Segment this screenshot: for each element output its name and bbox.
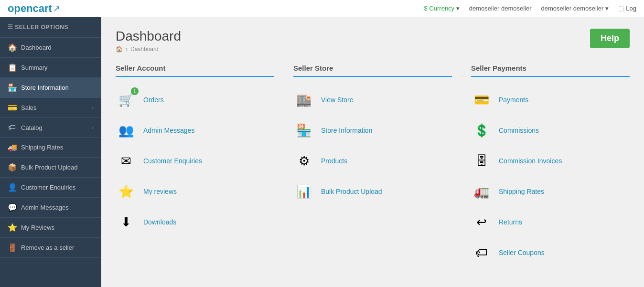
sidebar-item-store-information[interactable]: 🏪 Store Information [0,78,101,98]
sidebar-item-summary[interactable]: 📋 Summary [0,58,101,78]
sidebar-item-customer-enquiries[interactable]: 👤 Customer Enquiries [0,178,101,198]
shipping-rates-payments-icon: 🚛 [471,181,492,202]
view-store-label: View Store [321,96,353,104]
user-dropdown-label: demoseller demoseller [541,5,604,12]
commission-invoices-label: Commission Invoices [499,157,562,165]
products-icon: ⚙ [293,150,314,171]
orders-label: Orders [143,96,164,104]
section-item-customer-enquiries[interactable]: ✉ Customer Enquiries [116,146,274,176]
sidebar-header-label: ☰ SELLER OPTIONS [8,24,68,31]
sidebar-item-bulk-product-upload[interactable]: 📦 Bulk Product Upload [0,158,101,178]
sidebar-header: ☰ SELLER OPTIONS [0,17,101,38]
section-item-orders[interactable]: 🛒 1 Orders [116,85,274,115]
bulk-upload-icon: 📦 [8,163,16,172]
sidebar-item-my-reviews[interactable]: ⭐ My Reviews [0,218,101,238]
sidebar-label-dashboard: Dashboard [21,44,52,51]
section-item-my-reviews[interactable]: ⭐ My reviews [116,176,274,207]
commission-invoices-icon: 🗄 [471,150,492,171]
seller-account-title: Seller Account [116,64,274,77]
section-item-store-information[interactable]: 🏪 Store Information [293,115,452,146]
remove-seller-icon: 🚪 [8,243,16,252]
logo-text: opencart [8,2,52,15]
products-label: Products [321,157,347,165]
catalog-chevron-icon: › [92,125,94,130]
catalog-icon: 🏷 [8,123,16,132]
returns-icon: ↩ [471,212,492,233]
nav-right: $ Currency ▾ demoseller demoseller demos… [424,5,636,12]
section-item-commission-invoices[interactable]: 🗄 Commission Invoices [471,146,630,176]
sidebar-item-sales[interactable]: 💳 Sales › [0,98,101,118]
payments-icon: 💳 [471,89,492,110]
sidebar-item-remove-as-seller[interactable]: 🚪 Remove as a seller [0,238,101,258]
breadcrumb-separator: › [126,46,128,53]
downloads-icon: ⬇ [116,212,137,233]
section-item-products[interactable]: ⚙ Products [293,146,452,176]
currency-label: $ Currency [424,5,455,12]
user-dropdown[interactable]: demoseller demoseller ▾ [541,5,609,12]
section-item-commissions[interactable]: 💲 Commissions [471,115,630,146]
sidebar-item-admin-messages[interactable]: 💬 Admin Messages [0,198,101,218]
section-item-seller-coupons[interactable]: 🏷 Seller Coupons [471,237,630,268]
user-link: demoseller demoseller [469,5,532,12]
sidebar-label-customer-enquiries: Customer Enquiries [21,184,75,191]
logo-area: opencart ↗ [8,2,60,15]
currency-button[interactable]: $ Currency ▾ [424,5,460,12]
summary-icon: 📋 [8,63,16,72]
sidebar-item-dashboard[interactable]: 🏠 Dashboard [0,38,101,58]
log-label: Log [626,5,636,12]
help-button[interactable]: Help [590,29,630,48]
sales-icon: 💳 [8,103,16,112]
section-item-downloads[interactable]: ⬇ Downloads [116,207,274,237]
shipping-rates-payments-label: Shipping Rates [499,188,544,195]
seller-store-title: Seller Store [293,64,452,77]
section-item-bulk-product-upload-store[interactable]: 📊 Bulk Product Upload [293,176,452,207]
customer-enquiries-dash-icon: ✉ [116,150,137,171]
sidebar-label-summary: Summary [21,64,48,71]
breadcrumb-home-icon: 🏠 [116,46,123,53]
downloads-label: Downloads [143,218,176,226]
log-icon: ⬚ [618,5,624,12]
section-item-view-store[interactable]: 🏬 View Store [293,85,452,115]
dashboard-icon: 🏠 [8,43,16,52]
sidebar-label-my-reviews: My Reviews [21,224,54,231]
page-header: Dashboard 🏠 › Dashboard Help [116,29,630,53]
dashboard-grid: Seller Account 🛒 1 Orders 👥 Admin Messag… [116,64,630,268]
layout: ☰ SELLER OPTIONS 🏠 Dashboard 📋 Summary 🏪… [0,17,644,287]
sidebar: ☰ SELLER OPTIONS 🏠 Dashboard 📋 Summary 🏪… [0,17,101,287]
section-item-returns[interactable]: ↩ Returns [471,207,630,237]
admin-messages-dash-icon: 👥 [116,120,137,141]
commissions-icon: 💲 [471,120,492,141]
sidebar-label-store-information: Store Information [21,84,69,91]
admin-messages-label: Admin Messages [143,127,194,134]
commissions-label: Commissions [499,127,539,134]
my-reviews-label: My reviews [143,188,177,195]
page-title: Dashboard [116,29,181,44]
seller-payments-section: Seller Payments 💳 Payments 💲 Commissions… [471,64,630,268]
sidebar-item-shipping-rates[interactable]: 🚚 Shipping Rates [0,138,101,158]
my-reviews-icon: ⭐ [8,223,16,232]
section-item-payments[interactable]: 💳 Payments [471,85,630,115]
seller-account-section: Seller Account 🛒 1 Orders 👥 Admin Messag… [116,64,274,268]
seller-coupons-label: Seller Coupons [499,249,545,256]
sidebar-label-bulk-upload: Bulk Product Upload [21,164,78,171]
returns-label: Returns [499,218,522,226]
sidebar-label-admin-messages: Admin Messages [21,204,69,211]
log-button[interactable]: ⬚ Log [618,5,636,12]
breadcrumb-current: Dashboard [130,46,159,53]
dropdown-arrow-icon: ▾ [605,5,609,12]
sales-chevron-icon: › [92,105,94,111]
section-item-shipping-rates-payments[interactable]: 🚛 Shipping Rates [471,176,630,207]
customer-enquiries-label: Customer Enquiries [143,157,202,165]
sidebar-item-catalog[interactable]: 🏷 Catalog › [0,118,101,138]
shipping-rates-icon: 🚚 [8,143,16,152]
section-item-admin-messages[interactable]: 👥 Admin Messages [116,115,274,146]
seller-coupons-icon: 🏷 [471,242,492,263]
page-title-area: Dashboard 🏠 › Dashboard [116,29,181,53]
orders-icon: 🛒 1 [116,89,137,110]
payments-label: Payments [499,96,528,104]
store-information-label: Store Information [321,127,372,134]
breadcrumb: 🏠 › Dashboard [116,46,181,53]
sidebar-label-shipping-rates: Shipping Rates [21,144,63,151]
seller-store-section: Seller Store 🏬 View Store 🏪 Store Inform… [293,64,452,268]
admin-messages-icon: 💬 [8,203,16,212]
